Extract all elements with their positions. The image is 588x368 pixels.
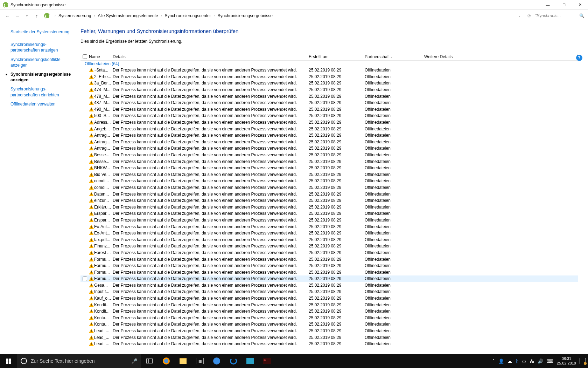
taskbar-app-firefox[interactable] <box>158 354 175 368</box>
table-row[interactable]: Formu...Der Prozess kann nicht auf die D… <box>80 263 578 269</box>
mic-icon[interactable]: 🎤 <box>127 358 141 364</box>
tray-onedrive-icon[interactable]: ☁ <box>507 359 512 364</box>
table-row[interactable]: Gesa...Der Prozess kann nicht auf die Da… <box>80 282 578 289</box>
table-row[interactable]: Konta...Der Prozess kann nicht auf die D… <box>80 315 578 321</box>
col-created[interactable]: Erstellt am <box>309 54 365 59</box>
table-row[interactable]: Daten...Der Prozess kann nicht auf die D… <box>80 191 578 197</box>
table-row[interactable]: Antrag...Der Prozess kann nicht auf die … <box>80 145 578 152</box>
col-more[interactable]: Weitere Details <box>424 54 453 59</box>
table-row[interactable]: fax.pdf...Der Prozess kann nicht auf die… <box>80 236 578 243</box>
col-name[interactable]: Name <box>89 54 113 59</box>
sidebar-item[interactable]: Synchronisierungskonflikte anzeigen <box>10 55 70 70</box>
tray-language-icon[interactable]: ⌨ <box>547 359 553 364</box>
col-details[interactable]: Details <box>113 54 309 59</box>
table-row[interactable]: Ex-Ant...Der Prozess kann nicht auf die … <box>80 223 578 230</box>
table-row[interactable]: Erspar...Der Prozess kann nicht auf die … <box>80 217 578 224</box>
select-all-checkbox[interactable] <box>83 54 87 59</box>
table-row[interactable]: Ex-Ant...Der Prozess kann nicht auf die … <box>80 230 578 237</box>
table-row[interactable]: comdi...Der Prozess kann nicht auf die D… <box>80 184 578 191</box>
search-input[interactable] <box>535 12 577 20</box>
table-row[interactable]: einzur...Der Prozess kann nicht auf die … <box>80 197 578 204</box>
help-button[interactable]: ? <box>576 55 582 61</box>
table-row[interactable]: 2_Erhe...Der Prozess kann nicht auf die … <box>80 74 578 80</box>
row-details: Der Prozess kann nicht auf die Datei zug… <box>113 205 309 210</box>
taskbar-app-sync[interactable] <box>225 354 242 368</box>
table-row[interactable]: Formu...Der Prozess kann nicht auf die D… <box>80 256 578 263</box>
table-row[interactable]: Bio Ve...Der Prozess kann nicht auf die … <box>80 171 578 178</box>
refresh-button[interactable]: ⟳ <box>525 12 533 20</box>
row-created: 25.02.2019 08:29 <box>309 81 365 86</box>
table-row[interactable]: Kauf_o...Der Prozess kann nicht auf die … <box>80 295 578 302</box>
table-row[interactable]: 3a_Ber...Der Prozess kann nicht auf die … <box>80 80 578 87</box>
row-created: 25.02.2019 08:29 <box>309 257 365 262</box>
col-partner[interactable]: Partnerschaft⌄ <box>365 54 424 59</box>
table-row[interactable]: Angeb...Der Prozess kann nicht auf die D… <box>80 125 578 132</box>
table-row[interactable]: Finanz...Der Prozess kann nicht auf die … <box>80 243 578 250</box>
tray-security-icon[interactable]: ▭ <box>522 359 526 364</box>
maximize-button[interactable]: ◻ <box>556 0 572 10</box>
row-created: 25.02.2019 08:29 <box>309 107 365 112</box>
taskbar-app-running1[interactable] <box>242 354 259 368</box>
tray-chevron-up-icon[interactable]: ˄ <box>492 359 495 364</box>
taskbar-search[interactable]: Zur Suche Text hier eingeben 🎤 <box>17 354 141 368</box>
table-row[interactable]: Konta...Der Prozess kann nicht auf die D… <box>80 321 578 328</box>
table-row[interactable]: Lead_...Der Prozess kann nicht auf die D… <box>80 341 578 347</box>
recent-dropdown[interactable]: ▾ <box>23 12 31 20</box>
table-row[interactable]: Besse...Der Prozess kann nicht auf die D… <box>80 152 578 158</box>
table-row[interactable]: Lead_...Der Prozess kann nicht auf die D… <box>80 328 578 334</box>
breadcrumb-item[interactable]: Synchronisierungsergebnisse <box>218 13 273 18</box>
taskbar-app-explorer[interactable] <box>175 354 191 368</box>
tray-notifications-icon[interactable] <box>580 358 586 364</box>
tray-clock[interactable]: 08:31 25.02.2019 <box>557 356 576 365</box>
table-row[interactable]: 478_M...Der Prozess kann nicht auf die D… <box>80 93 578 100</box>
search-icon[interactable]: 🔍 <box>579 13 584 18</box>
table-row[interactable]: ~$nta...Der Prozess kann nicht auf die D… <box>80 67 578 74</box>
table-row[interactable]: Input f...Der Prozess kann nicht auf die… <box>80 288 578 295</box>
tray-bluetooth-icon[interactable]: ᛒ <box>516 359 518 364</box>
up-button[interactable]: ↑ <box>33 12 41 20</box>
dropdown-button[interactable]: ⌄ <box>516 12 523 20</box>
table-row[interactable]: Lead_...Der Prozess kann nicht auf die D… <box>80 334 578 341</box>
sidebar-item[interactable]: Offlinedateien verwalten <box>10 100 70 109</box>
start-button[interactable] <box>0 354 17 368</box>
minimize-button[interactable]: — <box>540 0 556 10</box>
taskbar-app-running2[interactable]: ✶ <box>259 354 275 368</box>
taskbar-app-calculator[interactable]: ▦ <box>191 354 208 368</box>
tray-volume-icon[interactable]: 🔊 <box>538 359 543 364</box>
task-view-button[interactable] <box>141 354 158 368</box>
table-row[interactable]: 490_M...Der Prozess kann nicht auf die D… <box>80 106 578 113</box>
tray-network-icon[interactable]: 🖧 <box>530 359 534 364</box>
forward-button[interactable]: → <box>13 12 21 20</box>
tray-people-icon[interactable]: 👤 <box>498 359 504 364</box>
breadcrumb-item[interactable]: Synchronisierungscenter <box>164 13 211 18</box>
sidebar-item[interactable]: Synchronisierungs- partnerschaften einri… <box>10 84 70 99</box>
sidebar-item[interactable]: Synchronisierungs- partnerschaften anzei… <box>10 40 70 55</box>
breadcrumb[interactable]: › Systemsteuerung › Alle Systemsteuerung… <box>53 13 273 18</box>
table-row[interactable]: Adress...Der Prozess kann nicht auf die … <box>80 119 578 126</box>
table-row[interactable]: Antrag...Der Prozess kann nicht auf die … <box>80 139 578 145</box>
table-row[interactable]: BHKW...Der Prozess kann nicht auf die Da… <box>80 165 578 171</box>
close-button[interactable]: ✕ <box>572 0 588 10</box>
sidebar-item[interactable]: Synchronisierungsergebnisse anzeigen <box>10 70 70 84</box>
table-row[interactable]: Antrag...Der Prozess kann nicht auf die … <box>80 132 578 139</box>
table-row[interactable]: Erspar...Der Prozess kann nicht auf die … <box>80 210 578 217</box>
table-row[interactable]: Forest ...Der Prozess kann nicht auf die… <box>80 250 578 256</box>
table-row[interactable]: Erkläru...Der Prozess kann nicht auf die… <box>80 204 578 210</box>
table-row[interactable]: 500_S...Der Prozess kann nicht auf die D… <box>80 113 578 119</box>
sidebar-home[interactable]: Startseite der Systemsteuerung <box>10 27 70 36</box>
table-row[interactable]: 474_M...Der Prozess kann nicht auf die D… <box>80 87 578 93</box>
table-row[interactable]: Besse...Der Prozess kann nicht auf die D… <box>80 158 578 165</box>
row-created: 25.02.2019 08:29 <box>309 244 365 248</box>
breadcrumb-item[interactable]: Alle Systemsteuerungselemente <box>98 13 158 18</box>
row-checkbox[interactable] <box>83 277 87 281</box>
group-header[interactable]: Offlinedateien (64) <box>80 61 578 67</box>
table-row[interactable]: Kondit...Der Prozess kann nicht auf die … <box>80 308 578 315</box>
table-row[interactable]: Formu...Der Prozess kann nicht auf die D… <box>80 269 578 275</box>
table-row[interactable]: 487_M...Der Prozess kann nicht auf die D… <box>80 100 578 106</box>
taskbar-app-edge[interactable] <box>208 354 225 368</box>
table-row[interactable]: Kondit...Der Prozess kann nicht auf die … <box>80 301 578 308</box>
back-button[interactable]: ← <box>4 12 11 20</box>
table-row[interactable]: comdi...Der Prozess kann nicht auf die D… <box>80 178 578 184</box>
breadcrumb-item[interactable]: Systemsteuerung <box>58 13 91 18</box>
table-row[interactable]: Formu...Der Prozess kann nicht auf die D… <box>80 275 578 282</box>
